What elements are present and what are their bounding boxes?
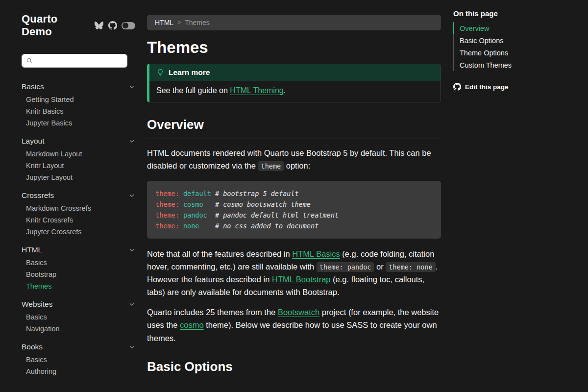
sidebar-item[interactable]: Navigation: [22, 323, 135, 335]
code-line: theme: pandoc # pandoc default html trea…: [155, 210, 433, 220]
code-line: theme: cosmo # cosmo bootswatch theme: [155, 199, 433, 210]
sidebar-item[interactable]: Jupyter Layout: [22, 172, 135, 183]
chevron-down-icon: [128, 246, 135, 253]
text-run: .: [284, 86, 286, 95]
chevron-down-icon: [128, 138, 135, 145]
sidebar-item[interactable]: Knitr Layout: [22, 160, 135, 172]
sidebar-section-html: HTML BasicsBootstrapThemes: [22, 244, 135, 292]
theme-toggle-knob: [122, 23, 128, 28]
toc-sidebar: On this page OverviewBasic OptionsTheme …: [441, 0, 588, 392]
paragraph-features-note: Note that all of the features described …: [147, 247, 441, 298]
lightbulb-icon: [156, 69, 164, 76]
sidebar-section-header-basics[interactable]: Basics: [22, 81, 135, 93]
code-line: theme: none # no css added to document: [155, 220, 433, 231]
paragraph-bootswatch: Quarto includes 25 themes from the Boots…: [147, 306, 441, 344]
chevron-down-icon: [128, 343, 135, 350]
sidebar-section-crossrefs: Crossrefs Markdown CrossrefsKnitr Crossr…: [22, 190, 135, 238]
callout-body: See the full guide on HTML Theming.: [149, 81, 441, 102]
inline-code: theme: pandoc: [317, 262, 374, 272]
breadcrumb-separator: >: [177, 19, 181, 26]
paragraph-overview-intro: HTML documents rendered with Quarto use …: [147, 147, 441, 172]
sidebar-item[interactable]: Jupyter Basics: [22, 117, 135, 129]
inline-link[interactable]: HTML Bootstrap: [272, 275, 331, 284]
sidebar-item[interactable]: Themes: [22, 280, 135, 292]
sidebar-item[interactable]: Jupyter Crossrefs: [22, 226, 135, 238]
sidebar-section-books: Books BasicsAuthoring: [22, 341, 135, 377]
main-content: HTML > Themes Themes Learn more See the …: [147, 0, 441, 392]
inline-link[interactable]: Bootswatch: [278, 308, 319, 317]
chevron-down-icon: [128, 192, 135, 199]
sidebar-item[interactable]: Bootstrap: [22, 269, 135, 280]
sidebar-item[interactable]: Basics: [22, 257, 135, 269]
text-run: Pandoc supports a set of basic metadata …: [147, 391, 432, 392]
sidebar-item[interactable]: Authoring: [22, 366, 135, 377]
toc-item[interactable]: Theme Options: [453, 47, 583, 59]
search-input[interactable]: [36, 57, 122, 65]
text-run: or: [374, 262, 386, 271]
text-run: Quarto includes 25 themes from the: [147, 308, 278, 317]
github-icon: [453, 83, 461, 91]
quarto-docs-page: Quarto Demo Basics Getting StartedKnitr …: [0, 0, 588, 392]
theme-toggle[interactable]: [122, 22, 135, 29]
inline-code: theme: none: [386, 262, 435, 272]
inline-code: theme: [258, 161, 284, 171]
paragraph-basic-options-intro: Pandoc supports a set of basic metadata …: [147, 389, 441, 392]
text-run: See the full guide on: [156, 86, 230, 95]
toc-item[interactable]: Custom Themes: [453, 59, 583, 71]
bluesky-butterfly-icon[interactable]: [94, 21, 104, 30]
nav-icons: [94, 21, 135, 30]
sidebar-section-websites: Websites BasicsNavigation: [22, 298, 135, 335]
sidebar-section-layout: Layout Markdown LayoutKnitr LayoutJupyte…: [22, 135, 135, 183]
section-heading-overview: Overview: [147, 117, 441, 139]
toc-item[interactable]: Overview: [453, 22, 583, 34]
github-icon[interactable]: [108, 21, 117, 30]
sidebar-section-basics: Basics Getting StartedKnitr BasicsJupyte…: [22, 81, 135, 129]
sidebar-item[interactable]: Basics: [22, 311, 135, 323]
code-block: theme: default # bootstrap 5 defaultthem…: [147, 181, 441, 239]
callout-header[interactable]: Learn more: [149, 64, 441, 81]
sidebar-section-header-crossrefs[interactable]: Crossrefs: [22, 190, 135, 201]
toc-list: OverviewBasic OptionsTheme OptionsCustom…: [453, 22, 583, 71]
section-heading-basic-options: Basic Options: [147, 359, 441, 381]
breadcrumb-parent[interactable]: HTML: [155, 19, 173, 26]
sidebar-section-header-books[interactable]: Books: [22, 341, 135, 353]
edit-this-page-label: Edit this page: [465, 83, 509, 91]
inline-link[interactable]: HTML Basics: [292, 249, 340, 258]
toc-title: On this page: [453, 9, 583, 18]
sidebar-item[interactable]: Knitr Basics: [22, 105, 135, 117]
page-title: Themes: [147, 38, 441, 57]
inline-link[interactable]: HTML Theming: [230, 86, 283, 95]
sidebar-header: Quarto Demo: [22, 13, 135, 38]
sidebar-item[interactable]: Knitr Crossrefs: [22, 214, 135, 226]
chevron-down-icon: [128, 83, 135, 90]
sidebar-nav: Basics Getting StartedKnitr BasicsJupyte…: [22, 81, 135, 377]
search-box[interactable]: [22, 54, 127, 68]
sidebar-section-header-websites[interactable]: Websites: [22, 298, 135, 310]
breadcrumb-current: Themes: [185, 19, 210, 26]
learn-more-callout: Learn more See the full guide on HTML Th…: [147, 64, 441, 102]
search-icon: [26, 57, 33, 64]
sidebar-item[interactable]: Markdown Crossrefs: [22, 202, 135, 214]
sidebar-item[interactable]: Markdown Layout: [22, 148, 135, 160]
text-run: option:: [284, 161, 310, 170]
sidebar: Quarto Demo Basics Getting StartedKnitr …: [0, 0, 147, 392]
breadcrumb: HTML > Themes: [147, 15, 441, 30]
inline-link[interactable]: cosmo: [180, 320, 204, 329]
chevron-down-icon: [128, 301, 135, 308]
sidebar-section-header-html[interactable]: HTML: [22, 244, 135, 256]
site-title[interactable]: Quarto Demo: [22, 13, 89, 38]
sidebar-item[interactable]: Getting Started: [22, 94, 135, 105]
code-line: theme: default # bootstrap 5 default: [155, 188, 433, 199]
callout-title: Learn more: [169, 68, 210, 77]
text-run: Note that all of the features described …: [147, 249, 292, 258]
edit-this-page[interactable]: Edit this page: [453, 83, 583, 91]
sidebar-item[interactable]: Basics: [22, 354, 135, 366]
sidebar-section-header-layout[interactable]: Layout: [22, 135, 135, 147]
toc-item[interactable]: Basic Options: [453, 34, 583, 47]
